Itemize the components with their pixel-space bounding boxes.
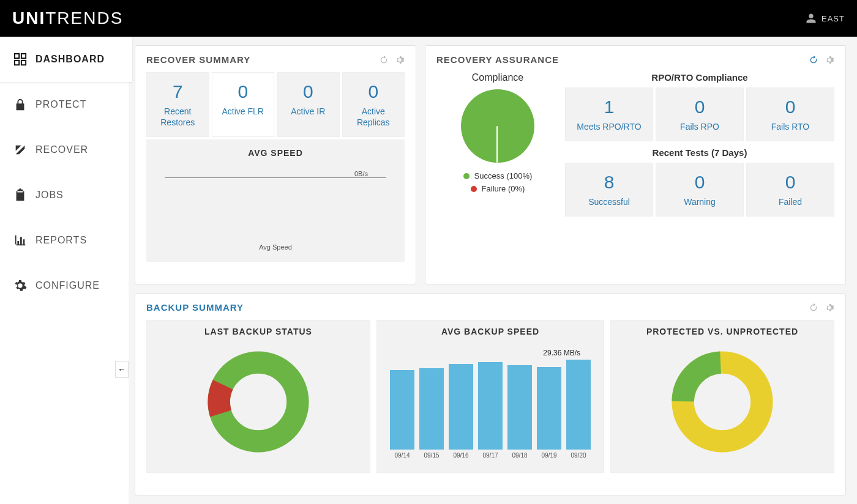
grid-icon xyxy=(13,53,27,66)
gear-icon[interactable] xyxy=(825,55,834,65)
compliance-panel: Compliance Success (100%) Failure (0%) xyxy=(436,72,559,217)
stat-successful[interactable]: 8Successful xyxy=(565,163,653,217)
sidebar-item-configure[interactable]: CONFIGURE xyxy=(0,263,129,308)
user-icon xyxy=(806,13,817,24)
sidebar-item-dashboard[interactable]: DASHBOARD xyxy=(0,37,132,82)
clipboard-icon xyxy=(13,188,27,202)
svg-rect-0 xyxy=(15,54,19,58)
stat-warning[interactable]: 0Warning xyxy=(656,163,744,217)
stat-recent-restores[interactable]: 7 Recent Restores xyxy=(146,72,209,137)
stat-meets-rpo-rto[interactable]: 1Meets RPO/RTO xyxy=(565,87,653,141)
gear-icon[interactable] xyxy=(825,303,834,313)
stat-active-flr[interactable]: 0 Active FLR xyxy=(212,72,275,137)
panel-last-backup-status: LAST BACKUP STATUS xyxy=(146,320,370,473)
avg-speed-panel: AVG SPEED 0B/s Avg Speed xyxy=(146,139,405,262)
card-title: RECOVER SUMMARY xyxy=(146,54,250,65)
svg-rect-1 xyxy=(21,54,26,58)
content: RECOVER SUMMARY 7 Recent Restores 0 Acti… xyxy=(129,37,857,504)
legend-failure: Failure (0%) xyxy=(436,184,559,193)
arrow-up-left-icon xyxy=(13,143,27,157)
card-title: RECOVERY ASSURANCE xyxy=(436,54,559,65)
avg-backup-bar-chart: 29.36 MB/s 09/14 09/15 09/16 09/17 09/18… xyxy=(383,343,597,459)
stat-failed[interactable]: 0Failed xyxy=(746,163,834,217)
stat-fails-rto[interactable]: 0Fails RTO xyxy=(746,87,834,141)
gear-icon xyxy=(13,279,27,292)
compliance-pie-chart xyxy=(461,89,534,163)
bar-chart-icon xyxy=(13,234,27,247)
sidebar-item-label: REPORTS xyxy=(36,235,87,246)
sidebar-item-reports[interactable]: REPORTS xyxy=(0,218,129,263)
header: UNITRENDS EAST xyxy=(0,0,857,37)
sidebar-item-jobs[interactable]: JOBS xyxy=(0,172,129,218)
dot-icon xyxy=(471,186,477,192)
refresh-icon[interactable] xyxy=(809,55,818,65)
refresh-icon[interactable] xyxy=(809,303,818,313)
lock-icon xyxy=(13,98,27,111)
stat-fails-rpo[interactable]: 0Fails RPO xyxy=(656,87,744,141)
card-recovery-assurance: RECOVERY ASSURANCE Compliance Success (1… xyxy=(425,45,846,284)
sidebar-item-protect[interactable]: PROTECT xyxy=(0,82,129,127)
last-backup-donut-chart xyxy=(206,350,310,454)
panel-avg-backup-speed: AVG BACKUP SPEED 29.36 MB/s 09/14 09/15 … xyxy=(376,320,604,473)
card-title: BACKUP SUMMARY xyxy=(146,302,244,313)
gear-icon[interactable] xyxy=(395,55,405,65)
panel-protected-vs-unprotected: PROTECTED VS. UNPROTECTED xyxy=(610,320,834,473)
dot-icon xyxy=(463,173,470,179)
sidebar-collapse-button[interactable]: ← xyxy=(115,361,129,378)
sidebar-item-label: RECOVER xyxy=(36,144,88,155)
svg-rect-2 xyxy=(15,61,19,65)
legend-success: Success (100%) xyxy=(436,171,559,180)
stat-active-ir[interactable]: 0 Active IR xyxy=(277,72,340,137)
sidebar-item-label: JOBS xyxy=(36,190,64,201)
refresh-icon[interactable] xyxy=(379,55,389,65)
sidebar-item-label: CONFIGURE xyxy=(36,280,100,291)
user-name: EAST xyxy=(821,14,845,23)
brand-logo: UNITRENDS xyxy=(12,9,123,28)
protected-donut-chart xyxy=(670,350,774,454)
sidebar: DASHBOARD PROTECT RECOVER JOBS REPORTS C… xyxy=(0,37,129,504)
speed-axis-line xyxy=(165,177,386,178)
sidebar-item-label: DASHBOARD xyxy=(36,54,105,65)
svg-point-4 xyxy=(219,363,298,442)
card-recover-summary: RECOVER SUMMARY 7 Recent Restores 0 Acti… xyxy=(135,45,416,284)
sidebar-item-recover[interactable]: RECOVER xyxy=(0,127,129,172)
user-menu[interactable]: EAST xyxy=(806,13,845,24)
svg-rect-3 xyxy=(21,61,26,65)
card-backup-summary: BACKUP SUMMARY LAST BACKUP STATUS AVG BA… xyxy=(135,293,846,495)
sidebar-item-label: PROTECT xyxy=(36,99,86,110)
stat-active-replicas[interactable]: 0 Active Replicas xyxy=(342,72,405,137)
